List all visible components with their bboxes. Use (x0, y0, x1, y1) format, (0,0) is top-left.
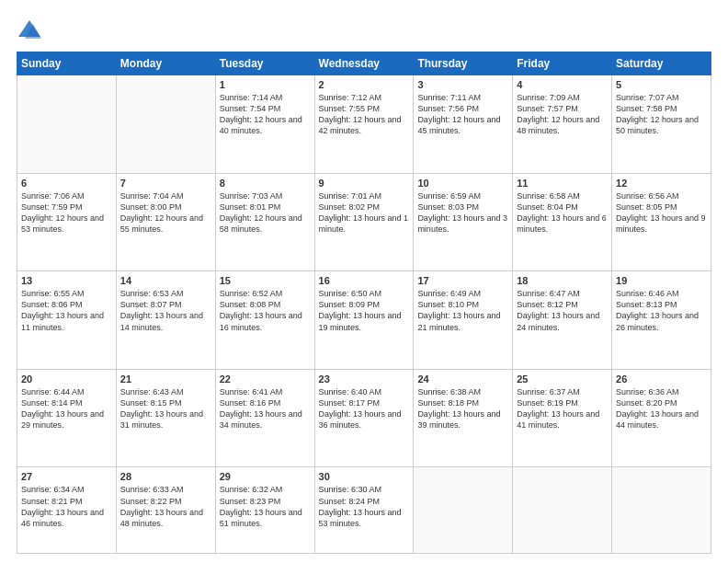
calendar-cell: 5Sunrise: 7:07 AMSunset: 7:58 PMDaylight… (612, 75, 711, 174)
day-header-thursday: Thursday (414, 52, 513, 75)
cell-info: Sunrise: 7:09 AMSunset: 7:57 PMDaylight:… (517, 92, 608, 137)
calendar-cell: 14Sunrise: 6:53 AMSunset: 8:07 PMDayligh… (116, 271, 215, 370)
day-number: 27 (21, 471, 112, 482)
calendar-cell: 8Sunrise: 7:03 AMSunset: 8:01 PMDaylight… (215, 173, 314, 271)
cell-info: Sunrise: 6:55 AMSunset: 8:06 PMDaylight:… (21, 288, 112, 333)
day-header-saturday: Saturday (612, 52, 711, 75)
calendar-cell: 6Sunrise: 7:06 AMSunset: 7:59 PMDaylight… (17, 173, 117, 271)
calendar-cell: 9Sunrise: 7:01 AMSunset: 8:02 PMDaylight… (314, 173, 414, 271)
day-number: 20 (21, 373, 112, 385)
day-number: 4 (517, 79, 608, 90)
cell-info: Sunrise: 7:06 AMSunset: 7:59 PMDaylight:… (21, 190, 112, 236)
cell-info: Sunrise: 6:34 AMSunset: 8:21 PMDaylight:… (21, 484, 112, 529)
calendar-cell: 27Sunrise: 6:34 AMSunset: 8:21 PMDayligh… (17, 467, 117, 554)
day-number: 11 (517, 178, 608, 189)
logo-icon (17, 17, 42, 42)
calendar-cell: 29Sunrise: 6:32 AMSunset: 8:23 PMDayligh… (215, 467, 314, 554)
day-number: 21 (120, 373, 211, 385)
cell-info: Sunrise: 6:59 AMSunset: 8:03 PMDaylight:… (417, 190, 508, 236)
cell-info: Sunrise: 6:56 AMSunset: 8:05 PMDaylight:… (616, 190, 707, 236)
cell-info: Sunrise: 6:38 AMSunset: 8:18 PMDaylight:… (417, 386, 508, 431)
cell-info: Sunrise: 7:03 AMSunset: 8:01 PMDaylight:… (220, 190, 311, 236)
cell-info: Sunrise: 7:12 AMSunset: 7:55 PMDaylight:… (319, 92, 410, 137)
cell-info: Sunrise: 6:37 AMSunset: 8:19 PMDaylight:… (517, 386, 608, 431)
day-number: 1 (220, 79, 311, 90)
cell-info: Sunrise: 6:44 AMSunset: 8:14 PMDaylight:… (21, 386, 112, 431)
calendar-cell: 18Sunrise: 6:47 AMSunset: 8:12 PMDayligh… (513, 271, 612, 370)
day-number: 16 (319, 275, 410, 286)
cell-info: Sunrise: 7:01 AMSunset: 8:02 PMDaylight:… (319, 190, 410, 236)
calendar-week-2: 6Sunrise: 7:06 AMSunset: 7:59 PMDaylight… (17, 173, 711, 271)
day-number: 5 (616, 79, 707, 90)
calendar-cell: 3Sunrise: 7:11 AMSunset: 7:56 PMDaylight… (414, 75, 513, 174)
cell-info: Sunrise: 6:46 AMSunset: 8:13 PMDaylight:… (616, 288, 707, 333)
cell-info: Sunrise: 6:49 AMSunset: 8:10 PMDaylight:… (417, 288, 508, 333)
day-number: 23 (319, 373, 410, 385)
calendar-cell: 22Sunrise: 6:41 AMSunset: 8:16 PMDayligh… (215, 369, 314, 467)
day-header-sunday: Sunday (17, 52, 117, 75)
days-header-row: SundayMondayTuesdayWednesdayThursdayFrid… (17, 52, 711, 75)
day-number: 15 (220, 275, 311, 286)
day-header-friday: Friday (513, 52, 612, 75)
day-number: 10 (417, 178, 508, 189)
calendar-cell: 4Sunrise: 7:09 AMSunset: 7:57 PMDaylight… (513, 75, 612, 174)
cell-info: Sunrise: 6:43 AMSunset: 8:15 PMDaylight:… (120, 386, 211, 431)
header (17, 17, 711, 42)
calendar-cell (116, 75, 215, 174)
calendar-cell: 16Sunrise: 6:50 AMSunset: 8:09 PMDayligh… (314, 271, 414, 370)
day-number: 14 (120, 275, 211, 286)
calendar-cell: 12Sunrise: 6:56 AMSunset: 8:05 PMDayligh… (612, 173, 711, 271)
calendar-cell: 20Sunrise: 6:44 AMSunset: 8:14 PMDayligh… (17, 369, 117, 467)
calendar-cell: 17Sunrise: 6:49 AMSunset: 8:10 PMDayligh… (414, 271, 513, 370)
day-number: 3 (417, 79, 508, 90)
cell-info: Sunrise: 6:41 AMSunset: 8:16 PMDaylight:… (220, 386, 311, 431)
calendar-cell: 25Sunrise: 6:37 AMSunset: 8:19 PMDayligh… (513, 369, 612, 467)
day-number: 2 (319, 79, 410, 90)
day-number: 9 (319, 178, 410, 189)
calendar-cell: 2Sunrise: 7:12 AMSunset: 7:55 PMDaylight… (314, 75, 414, 174)
cell-info: Sunrise: 6:40 AMSunset: 8:17 PMDaylight:… (319, 386, 410, 431)
day-number: 29 (220, 471, 311, 482)
cell-info: Sunrise: 7:11 AMSunset: 7:56 PMDaylight:… (417, 92, 508, 137)
logo (17, 17, 46, 42)
calendar-cell: 15Sunrise: 6:52 AMSunset: 8:08 PMDayligh… (215, 271, 314, 370)
cell-info: Sunrise: 6:53 AMSunset: 8:07 PMDaylight:… (120, 288, 211, 333)
calendar-cell: 1Sunrise: 7:14 AMSunset: 7:54 PMDaylight… (215, 75, 314, 174)
cell-info: Sunrise: 6:33 AMSunset: 8:22 PMDaylight:… (120, 484, 211, 529)
calendar-cell (612, 467, 711, 554)
day-number: 17 (417, 275, 508, 286)
calendar-cell: 26Sunrise: 6:36 AMSunset: 8:20 PMDayligh… (612, 369, 711, 467)
calendar-cell: 24Sunrise: 6:38 AMSunset: 8:18 PMDayligh… (414, 369, 513, 467)
day-header-monday: Monday (116, 52, 215, 75)
day-number: 8 (220, 178, 311, 189)
cell-info: Sunrise: 6:47 AMSunset: 8:12 PMDaylight:… (517, 288, 608, 333)
cell-info: Sunrise: 6:32 AMSunset: 8:23 PMDaylight:… (220, 484, 311, 529)
calendar-week-3: 13Sunrise: 6:55 AMSunset: 8:06 PMDayligh… (17, 271, 711, 370)
calendar-week-1: 1Sunrise: 7:14 AMSunset: 7:54 PMDaylight… (17, 75, 711, 174)
day-number: 25 (517, 373, 608, 385)
calendar-cell: 10Sunrise: 6:59 AMSunset: 8:03 PMDayligh… (414, 173, 513, 271)
calendar-cell (513, 467, 612, 554)
calendar-cell: 19Sunrise: 6:46 AMSunset: 8:13 PMDayligh… (612, 271, 711, 370)
day-number: 28 (120, 471, 211, 482)
cell-info: Sunrise: 6:58 AMSunset: 8:04 PMDaylight:… (517, 190, 608, 236)
calendar-cell: 13Sunrise: 6:55 AMSunset: 8:06 PMDayligh… (17, 271, 117, 370)
cell-info: Sunrise: 7:04 AMSunset: 8:00 PMDaylight:… (120, 190, 211, 236)
cell-info: Sunrise: 6:50 AMSunset: 8:09 PMDaylight:… (319, 288, 410, 333)
day-number: 22 (220, 373, 311, 385)
cell-info: Sunrise: 7:07 AMSunset: 7:58 PMDaylight:… (616, 92, 707, 137)
calendar-cell: 28Sunrise: 6:33 AMSunset: 8:22 PMDayligh… (116, 467, 215, 554)
day-number: 18 (517, 275, 608, 286)
day-number: 30 (319, 471, 410, 482)
cell-info: Sunrise: 7:14 AMSunset: 7:54 PMDaylight:… (220, 92, 311, 137)
calendar-cell: 30Sunrise: 6:30 AMSunset: 8:24 PMDayligh… (314, 467, 414, 554)
calendar-cell: 7Sunrise: 7:04 AMSunset: 8:00 PMDaylight… (116, 173, 215, 271)
cell-info: Sunrise: 6:30 AMSunset: 8:24 PMDaylight:… (319, 484, 410, 529)
calendar-cell: 11Sunrise: 6:58 AMSunset: 8:04 PMDayligh… (513, 173, 612, 271)
calendar-cell: 23Sunrise: 6:40 AMSunset: 8:17 PMDayligh… (314, 369, 414, 467)
calendar-week-4: 20Sunrise: 6:44 AMSunset: 8:14 PMDayligh… (17, 369, 711, 467)
day-header-tuesday: Tuesday (215, 52, 314, 75)
calendar-cell (414, 467, 513, 554)
day-number: 12 (616, 178, 707, 189)
day-number: 24 (417, 373, 508, 385)
